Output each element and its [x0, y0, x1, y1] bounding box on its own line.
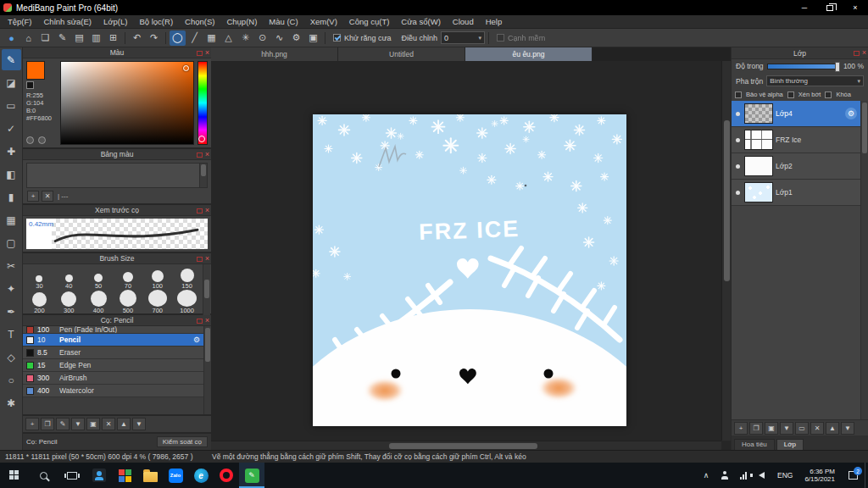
brush-size-option[interactable]: 70	[113, 265, 142, 290]
brush-size-option[interactable]: 200	[25, 290, 54, 314]
brush-tool[interactable]: ✎	[2, 49, 21, 70]
volume-button[interactable]	[753, 463, 771, 488]
popout-icon[interactable]	[197, 51, 203, 56]
close-icon[interactable]: ×	[205, 317, 209, 324]
layer-row[interactable]: Lớp2	[732, 153, 860, 180]
popout-icon[interactable]	[197, 152, 203, 158]
grid-tool-icon[interactable]: ▦	[203, 30, 220, 46]
settings-gear-icon[interactable]: ⚙	[288, 30, 304, 46]
taskbar-app-store[interactable]	[112, 463, 137, 488]
pencil-icon[interactable]: ✎	[54, 30, 70, 46]
marquee-tool[interactable]: ▢	[2, 232, 21, 253]
palette-list[interactable]	[26, 163, 208, 188]
brush-list-scrollbar[interactable]	[203, 326, 211, 414]
close-icon[interactable]: ×	[205, 49, 209, 57]
taskbar-app-edge[interactable]: e	[188, 463, 214, 488]
select-tool[interactable]: ▭	[2, 95, 21, 116]
transparent-color-toggle[interactable]	[38, 136, 46, 144]
layer-row-selected[interactable]: Lớp4 ⚙	[732, 101, 860, 127]
close-icon[interactable]: ×	[862, 49, 866, 57]
magic-wand-tool[interactable]: ✦	[2, 278, 21, 299]
blend-mode-dropdown[interactable]: Bình thường ▾	[766, 75, 864, 86]
pen-tool[interactable]: ✒	[2, 301, 21, 322]
delete-brush-button[interactable]: ✕	[102, 418, 115, 430]
soft-edge-checkbox[interactable]: Cạnh mềm	[497, 34, 545, 42]
text-tool[interactable]: T	[2, 324, 21, 345]
taskbar-app-zalo[interactable]: Zalo	[163, 463, 188, 488]
table-icon[interactable]: ⊞	[105, 30, 121, 46]
search-button[interactable]	[29, 463, 58, 488]
polygon-tool-icon[interactable]: △	[220, 30, 236, 46]
people-tray-button[interactable]	[715, 463, 734, 488]
task-view-button[interactable]	[58, 463, 86, 488]
shape-tool[interactable]: ◇	[2, 347, 21, 368]
gradient-tool[interactable]: ▮	[2, 186, 21, 208]
add-layer-button[interactable]: +	[734, 422, 748, 435]
edit-brush-button[interactable]: ✎	[56, 418, 70, 430]
saturation-value-picker[interactable]	[60, 61, 194, 145]
menu-help[interactable]: Help	[480, 15, 509, 29]
brush-size-option[interactable]: 500	[113, 290, 142, 314]
ellipse-tool-icon[interactable]: ◯	[170, 30, 186, 46]
brush-item-selected[interactable]: 10 Pencil ⚙	[23, 334, 203, 347]
canvas-viewport[interactable]: FRZ ICE	[211, 61, 731, 450]
bucket-tool[interactable]: ◧	[2, 164, 21, 185]
zoom-tool[interactable]: ○	[2, 369, 21, 391]
sv-cursor[interactable]	[183, 65, 189, 71]
close-icon[interactable]: ×	[205, 207, 209, 214]
layer-list-scrollbar[interactable]	[860, 101, 868, 419]
tab-layers[interactable]: Lớp	[776, 439, 804, 450]
merge-layer-button[interactable]: ▼	[780, 422, 793, 435]
popout-icon[interactable]	[197, 319, 203, 324]
opacity-slider[interactable]	[767, 64, 840, 69]
material-panel-icon[interactable]: ▣	[305, 30, 321, 46]
foreground-color-swatch[interactable]	[26, 61, 45, 80]
brush-settings-gear-icon[interactable]: ⚙	[193, 336, 200, 344]
action-center-button[interactable]: 2	[841, 463, 865, 488]
move-layer-down-button[interactable]: ▼	[841, 422, 854, 435]
menu-cloud[interactable]: Cloud	[447, 15, 480, 29]
move-brush-down-button[interactable]: ▼	[132, 418, 146, 430]
comment-icon[interactable]: ❏	[37, 30, 53, 46]
save-brush-button[interactable]: ▼	[71, 418, 85, 430]
move-tool[interactable]: ✚	[2, 141, 21, 162]
show-desktop-button[interactable]	[865, 463, 868, 488]
add-color-button[interactable]: +	[27, 191, 39, 202]
hidden-icons-chevron[interactable]: ∧	[697, 463, 715, 488]
brush-size-option[interactable]: 700	[142, 290, 172, 314]
layer-folder-button[interactable]: ▣	[765, 422, 778, 435]
taskbar-app-people[interactable]	[86, 463, 112, 488]
canvas-artwork[interactable]: FRZ ICE	[313, 114, 626, 426]
brush-size-option[interactable]: 100	[142, 265, 172, 290]
visibility-icon[interactable]	[733, 138, 742, 142]
brush-item[interactable]: 400 Watercolor	[23, 385, 203, 397]
visibility-icon[interactable]	[733, 112, 742, 116]
brush-item[interactable]: 100 Pen (Fade In/Out)	[23, 326, 203, 334]
brush-size-scrollbar[interactable]	[203, 264, 210, 315]
add-brush-button[interactable]: +	[25, 418, 39, 430]
home-icon[interactable]: ⌂	[20, 30, 36, 46]
canvas-horizontal-scrollbar[interactable]	[211, 441, 721, 450]
menu-capture[interactable]: Chụp(N)	[220, 15, 263, 29]
canvas-vertical-scrollbar[interactable]	[721, 61, 731, 441]
menu-window[interactable]: Cửa sổ(W)	[395, 15, 446, 29]
menu-view[interactable]: Xem(V)	[304, 15, 343, 29]
minimize-button[interactable]: ─	[792, 0, 817, 15]
rotate-dial-icon[interactable]: ⊙	[254, 30, 270, 46]
brush-control-button[interactable]: Kiểm soát cọ	[157, 436, 208, 447]
move-brush-up-button[interactable]: ▲	[117, 418, 131, 430]
taskbar-app-opera[interactable]	[214, 463, 239, 488]
lock-checkbox[interactable]	[825, 92, 832, 98]
clipping-checkbox[interactable]	[787, 92, 794, 98]
close-icon[interactable]: ×	[205, 151, 209, 158]
line-tool-icon[interactable]: ╱	[186, 30, 203, 46]
redo-icon[interactable]: ↷	[146, 30, 162, 46]
menu-filter[interactable]: Bộ lọc(R)	[133, 15, 179, 29]
antialias-checkbox[interactable]: Khử răng cưa	[333, 34, 392, 42]
language-indicator[interactable]: ENG	[771, 471, 798, 480]
pattern-tool[interactable]: ▦	[2, 209, 21, 230]
hue-cursor[interactable]	[198, 136, 205, 142]
close-icon[interactable]: ×	[205, 255, 209, 263]
tab-navigator[interactable]: Hoa tiêu	[734, 439, 775, 450]
delete-layer-button[interactable]: ✕	[810, 422, 824, 435]
